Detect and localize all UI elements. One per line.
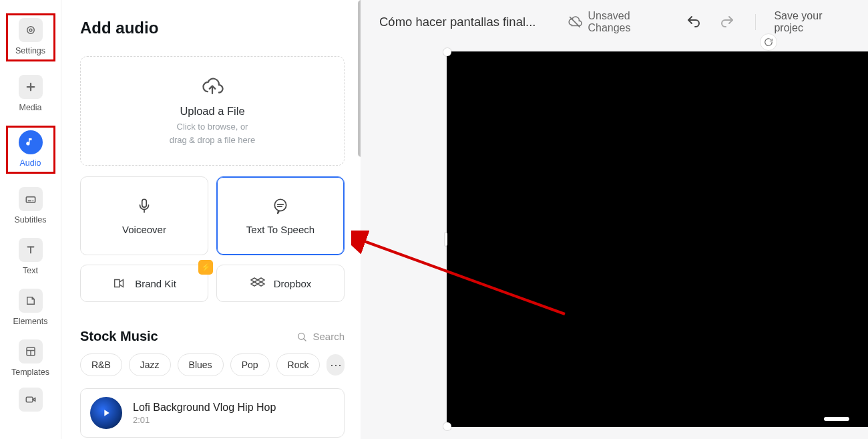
- plus-icon: [19, 75, 43, 99]
- canvas-toolbar: Cómo hacer pantallas final... Unsaved Ch…: [361, 0, 868, 44]
- stock-search[interactable]: Search: [296, 331, 345, 342]
- stock-track-item[interactable]: Lofi Background Vlog Hip Hop 2:01: [80, 388, 345, 438]
- sidebar-item-label: Settings: [15, 46, 45, 55]
- sidebar-item-label: Audio: [20, 158, 41, 168]
- lightning-badge-icon: ⚡: [198, 260, 213, 275]
- stock-music-heading: Stock Music: [80, 329, 158, 344]
- editor-canvas: Cómo hacer pantallas final... Unsaved Ch…: [361, 0, 868, 439]
- tile-label: Text To Speech: [246, 224, 314, 235]
- subtitles-icon: [19, 187, 43, 211]
- resize-handle-bottom-bar[interactable]: [824, 417, 849, 421]
- sidebar-item-audio[interactable]: Audio: [6, 126, 55, 174]
- speech-bubble-icon: [272, 197, 289, 214]
- music-note-icon: [19, 130, 43, 154]
- sidebar-item-text[interactable]: Text: [0, 238, 61, 275]
- cloud-upload-icon: [201, 76, 224, 98]
- svg-rect-4: [26, 197, 35, 202]
- sidebar-item-label: Templates: [11, 368, 49, 377]
- brand-kit-tile[interactable]: ⚡ Brand Kit: [80, 265, 208, 302]
- tile-label: Dropbox: [274, 278, 312, 289]
- undo-button[interactable]: [685, 13, 702, 31]
- text-to-speech-tile[interactable]: Text To Speech: [216, 176, 345, 255]
- resize-handle-bottom-left[interactable]: [443, 422, 451, 430]
- genre-chip[interactable]: Pop: [230, 353, 270, 376]
- text-icon: [19, 238, 43, 262]
- svg-point-1: [29, 29, 32, 31]
- app-sidebar: Settings Media Audio Subtitles Text: [0, 0, 61, 439]
- sidebar-item-elements[interactable]: Elements: [0, 289, 61, 326]
- svg-rect-12: [26, 397, 33, 402]
- toolbar-divider: [755, 14, 756, 30]
- sidebar-item-templates[interactable]: Templates: [0, 339, 61, 377]
- redo-button[interactable]: [718, 13, 736, 31]
- genre-chip[interactable]: Blues: [178, 353, 224, 376]
- sticker-icon: [19, 289, 43, 313]
- tile-label: Brand Kit: [135, 278, 176, 289]
- more-chips-button[interactable]: ⋯: [327, 354, 345, 376]
- ellipsis-icon: ⋯: [330, 357, 342, 372]
- svg-rect-13: [142, 199, 147, 207]
- palette-icon: [112, 276, 127, 291]
- cloud-off-icon: [568, 15, 582, 29]
- voiceover-tile[interactable]: Voiceover: [80, 176, 208, 255]
- microphone-icon: [136, 197, 153, 214]
- sidebar-item-settings[interactable]: Settings: [6, 13, 55, 61]
- project-title[interactable]: Cómo hacer pantallas final...: [379, 15, 535, 29]
- video-preview[interactable]: [447, 52, 868, 426]
- sidebar-item-label: Text: [23, 266, 38, 275]
- dropbox-tile[interactable]: Dropbox: [216, 265, 345, 302]
- audio-panel: Add audio Upload a File Click to browse,…: [61, 0, 361, 439]
- search-icon: [296, 331, 307, 342]
- svg-point-15: [274, 199, 286, 210]
- genre-chip-row: R&B Jazz Blues Pop Rock ⋯: [80, 353, 345, 376]
- genre-chip[interactable]: Rock: [276, 353, 320, 376]
- sidebar-item-label: Media: [19, 103, 41, 112]
- sidebar-item-record[interactable]: [0, 388, 61, 412]
- search-label: Search: [312, 331, 345, 342]
- genre-chip[interactable]: R&B: [80, 353, 122, 376]
- upload-subtitle: Click to browse, ordrag & drop a file he…: [170, 120, 256, 146]
- gear-icon: [19, 18, 43, 42]
- unsaved-status: Unsaved Changes: [568, 10, 669, 34]
- camera-icon: [19, 388, 43, 412]
- panel-title: Add audio: [80, 19, 345, 37]
- sidebar-item-label: Elements: [13, 317, 47, 326]
- svg-point-0: [27, 27, 34, 34]
- genre-chip[interactable]: Jazz: [129, 353, 171, 376]
- layout-icon: [19, 339, 43, 363]
- sidebar-item-label: Subtitles: [15, 215, 47, 225]
- track-title: Lofi Background Vlog Hip Hop: [133, 402, 276, 414]
- dropbox-icon: [250, 275, 266, 291]
- track-duration: 2:01: [133, 415, 276, 425]
- upload-title: Upload a File: [180, 105, 244, 118]
- video-stage[interactable]: [361, 44, 868, 439]
- save-project-button[interactable]: Save your projec: [774, 10, 849, 34]
- tile-label: Voiceover: [122, 224, 166, 235]
- sidebar-item-media[interactable]: Media: [0, 75, 61, 112]
- upload-dropzone[interactable]: Upload a File Click to browse, ordrag & …: [80, 56, 345, 166]
- svg-line-19: [304, 338, 306, 340]
- resize-handle-top-left[interactable]: [443, 48, 451, 56]
- play-thumbnail[interactable]: [90, 397, 122, 429]
- sidebar-item-subtitles[interactable]: Subtitles: [0, 187, 61, 225]
- resize-handle-mid-left[interactable]: [445, 233, 447, 246]
